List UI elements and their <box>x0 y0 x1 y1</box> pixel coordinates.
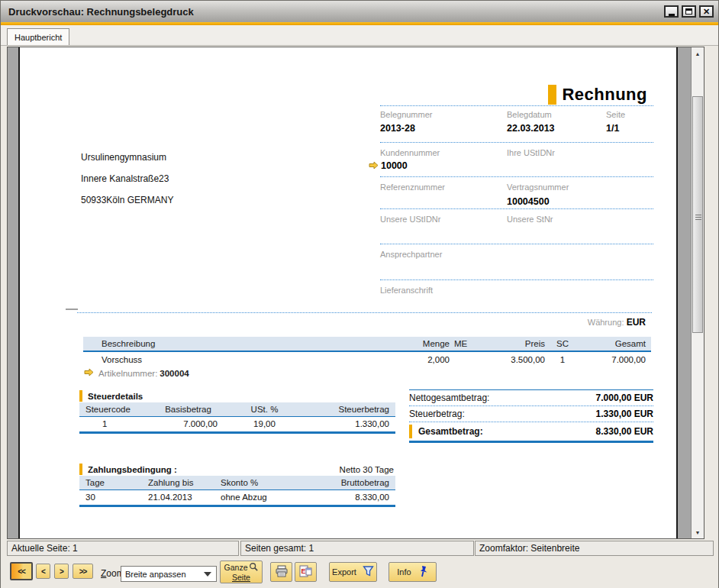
whole-page-button[interactable]: Ganze Seite <box>220 561 263 583</box>
export-document-icon: E <box>299 565 312 580</box>
margin-dash <box>66 309 78 310</box>
link-arrow-icon <box>84 368 94 378</box>
kundennummer-label: Kundennummer <box>380 148 440 157</box>
belegnummer-value: 2013-28 <box>380 123 415 134</box>
section-accent-bar <box>79 390 82 402</box>
zahlungsbedingung-table: Zahlungsbedingung : Netto 30 Tage Tage Z… <box>79 463 395 507</box>
items-table: Beschreibung Menge ME Preis SC Gesamt Vo… <box>83 337 651 367</box>
status-total-pages: Seiten gesamt: 1 <box>240 541 474 556</box>
col-beschreibung: Beschreibung <box>83 339 381 348</box>
seite-label: Seite <box>606 110 625 119</box>
col-gesamt: Gesamt <box>580 339 651 348</box>
print-button[interactable] <box>270 562 292 582</box>
tab-label: Hauptbericht <box>15 33 62 42</box>
steuer-label: Steuerbetrag: <box>409 409 465 419</box>
steuer-header-row: Steuercode Basisbetrag USt. % Steuerbetr… <box>79 402 395 417</box>
unsere-ustidnr-label: Unsere UStIDNr <box>380 215 440 224</box>
steuer-value: 1.330,00 EUR <box>596 409 653 419</box>
title-bar: Druckvorschau: Rechnungsbelegdruck ✕ <box>1 1 718 22</box>
section-accent-bar <box>409 425 412 438</box>
status-bar: Aktuelle Seite: 1 Seiten gesamt: 1 Zoomf… <box>1 540 718 557</box>
gesamt-value: 8.330,00 EUR <box>596 426 653 437</box>
window-title: Druckvorschau: Rechnungsbelegdruck <box>8 6 194 18</box>
currency-row: Währung: EUR <box>478 317 646 328</box>
maximize-icon <box>685 8 692 15</box>
previous-page-button[interactable]: < <box>36 564 50 579</box>
col-menge: Menge <box>381 339 450 348</box>
link-arrow-icon <box>369 161 379 172</box>
zoom-select[interactable]: Breite anpassen <box>121 566 217 582</box>
zoom-select-value: Breite anpassen <box>125 570 186 579</box>
scrollbar-grip <box>695 215 701 221</box>
info-button[interactable]: Info <box>389 562 437 582</box>
svg-text:E: E <box>301 567 306 575</box>
kundennummer-value: 10000 <box>369 160 408 172</box>
items-data-row: Vorschuss 2,000 3.500,00 1 7.000,00 <box>83 352 651 367</box>
scrollbar-thumb[interactable] <box>692 96 703 333</box>
filter-funnel-icon <box>363 566 374 578</box>
tab-hauptbericht[interactable]: Hauptbericht <box>7 28 69 45</box>
gesamt-label: Gesamtbetrag: <box>418 426 483 437</box>
close-button[interactable]: ✕ <box>699 5 714 18</box>
divider <box>380 142 653 143</box>
belegdatum-value: 22.03.2013 <box>507 123 555 134</box>
export-text-button[interactable]: E <box>295 562 317 582</box>
pushpin-icon <box>419 565 428 580</box>
magnifier-icon <box>249 562 258 573</box>
divider <box>380 279 653 280</box>
table-bottom-line <box>409 441 653 443</box>
last-page-button[interactable]: >> <box>73 564 93 579</box>
divider <box>380 176 653 177</box>
belegdatum-label: Belegdatum <box>507 110 552 119</box>
vertragsnummer-value: 10004500 <box>507 196 550 207</box>
scroll-down-button[interactable]: ▼ <box>692 526 704 538</box>
section-accent-bar <box>79 464 82 475</box>
tab-strip: Hauptbericht <box>1 25 718 46</box>
steuer-data-row: 1 7.000,00 19,00 1.330,00 <box>79 417 395 431</box>
steuerdetails-title: Steuerdetails <box>88 392 143 401</box>
address-line-1: Ursulinengymnasium <box>81 147 173 168</box>
currency-label: Währung: <box>588 318 624 327</box>
divider <box>77 312 652 313</box>
col-sc: SC <box>545 339 580 348</box>
artikelnummer-label: Artikelnummer: <box>98 369 157 378</box>
minimize-icon <box>669 14 675 16</box>
zahlungsbedingung-condition: Netto 30 Tage <box>340 465 395 474</box>
zahlungsbedingung-title: Zahlungsbedingung : <box>88 465 177 474</box>
billto-address: Ursulinengymnasium Innere Kanalstraße23 … <box>81 147 173 211</box>
title-accent-block <box>548 85 556 105</box>
printer-icon <box>275 565 289 579</box>
ansprechpartner-label: Ansprechpartner <box>380 250 442 259</box>
table-bottom-line <box>79 505 395 507</box>
items-header-row: Beschreibung Menge ME Preis SC Gesamt <box>83 337 651 352</box>
status-current-page: Aktuelle Seite: 1 <box>7 541 239 556</box>
scroll-up-button[interactable]: ▲ <box>692 47 704 60</box>
referenznummer-label: Referenznummer <box>380 183 445 192</box>
print-preview-window: Druckvorschau: Rechnungsbelegdruck ✕ Hau… <box>0 0 719 588</box>
belegnummer-label: Belegnummer <box>380 110 432 119</box>
table-bottom-line <box>79 431 395 434</box>
vertical-scrollbar[interactable]: ▲ ▼ <box>691 47 704 538</box>
address-line-2: Innere Kanalstraße23 <box>81 168 173 189</box>
report-page: Ursulinengymnasium Innere Kanalstraße23 … <box>18 47 678 538</box>
bottom-toolbar: << < > >> Zoom Breite anpassen Ganze Sei… <box>1 559 718 588</box>
steuerdetails-table: Steuerdetails Steuercode Basisbetrag USt… <box>79 389 395 434</box>
next-page-button[interactable]: > <box>54 564 69 579</box>
divider <box>380 208 653 209</box>
col-preis: Preis <box>472 339 545 348</box>
divider <box>380 244 653 244</box>
zahlung-header-row: Tage Zahlung bis Skonto % Bruttobetrag <box>79 476 395 490</box>
minimize-button[interactable] <box>664 5 679 18</box>
report-preview-area: Ursulinengymnasium Innere Kanalstraße23 … <box>7 47 704 539</box>
export-button[interactable]: Export <box>329 562 377 582</box>
first-page-button[interactable]: << <box>10 562 33 580</box>
lieferanschrift-label: Lieferanschrift <box>380 286 433 295</box>
col-me: ME <box>450 339 472 348</box>
netto-value: 7.000,00 EUR <box>596 393 653 403</box>
currency-value: EUR <box>627 317 646 328</box>
maximize-button[interactable] <box>682 5 696 18</box>
ihre-ustidnr-label: Ihre UStIDNr <box>507 148 555 157</box>
close-icon: ✕ <box>703 8 710 16</box>
artikelnummer-value: 300004 <box>160 369 189 378</box>
divider <box>380 105 653 106</box>
